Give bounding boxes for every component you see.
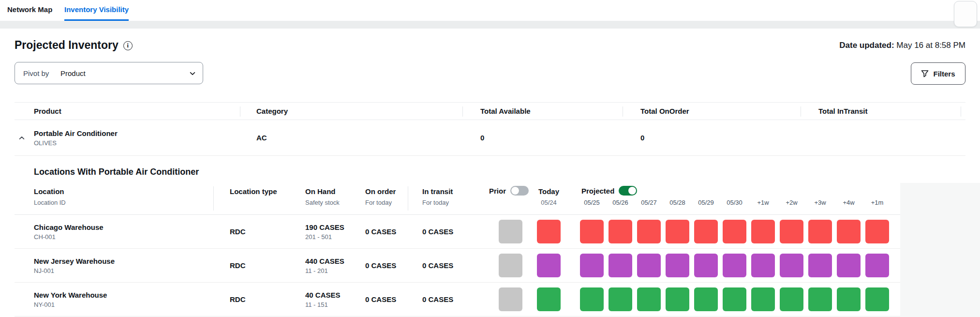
col-projected: Projected: [581, 187, 614, 195]
today-box[interactable]: [537, 220, 561, 243]
location-cell: New Jersey Warehouse NJ-001: [34, 249, 115, 282]
prior-box[interactable]: [499, 287, 522, 311]
projected-box[interactable]: [694, 220, 718, 243]
page-divider-strip: [0, 21, 980, 29]
projected-box[interactable]: [666, 287, 689, 311]
projected-box[interactable]: [751, 254, 775, 277]
box-spacer: [565, 265, 575, 266]
projected-toggle[interactable]: [619, 186, 637, 196]
location-type-value: RDC: [230, 215, 246, 248]
product-name: Portable Air Conditioner: [34, 129, 118, 137]
projected-box[interactable]: [694, 287, 718, 311]
projected-box[interactable]: [580, 220, 604, 243]
projected-box[interactable]: [751, 287, 775, 311]
today-box[interactable]: [537, 254, 561, 277]
product-subtitle: OLIVES: [34, 139, 118, 147]
date-updated-value: May 16 at 8:58 PM: [896, 41, 965, 50]
toggle-knob: [628, 187, 636, 195]
projected-column-control: Projected: [581, 186, 637, 196]
on-order-value: 0 CASES: [365, 283, 396, 316]
tab-network-map[interactable]: Network Map: [7, 0, 52, 21]
location-name: New York Warehouse: [34, 291, 107, 299]
col-in-transit: In transit: [422, 187, 453, 196]
projected-box[interactable]: [837, 220, 861, 243]
prior-toggle[interactable]: [510, 186, 529, 196]
projected-box[interactable]: [637, 254, 661, 277]
projected-box[interactable]: [637, 220, 661, 243]
projected-box[interactable]: [666, 254, 689, 277]
projected-box[interactable]: [865, 254, 889, 277]
col-location-type: Location type: [230, 187, 277, 196]
projected-box[interactable]: [780, 287, 803, 311]
tab-inventory-visibility[interactable]: Inventory Visibility: [64, 0, 129, 21]
projected-dates-row: 05/25 05/26 05/27 05/28 05/29 05/30 +1w …: [580, 199, 889, 206]
projected-box[interactable]: [808, 254, 832, 277]
col-total-intransit: Total InTransit: [818, 103, 867, 120]
projected-box[interactable]: [865, 220, 889, 243]
column-separator: [623, 106, 623, 117]
chevron-down-icon: [189, 70, 196, 77]
location-id: CH-001: [34, 233, 104, 241]
date-label: +3w: [808, 199, 832, 206]
inventory-status-boxes[interactable]: [499, 254, 889, 277]
right-background-panel: [900, 183, 980, 317]
on-order-value: 0 CASES: [365, 215, 396, 248]
projected-box[interactable]: [751, 220, 775, 243]
page-title: Projected Inventory: [15, 39, 119, 52]
date-label: 05/29: [694, 199, 718, 206]
date-label: 05/30: [723, 199, 746, 206]
date-label: +4w: [837, 199, 861, 206]
projected-box[interactable]: [637, 287, 661, 311]
on-hand-value: 440 CASES: [305, 257, 344, 265]
location-id: NY-001: [34, 301, 107, 308]
info-icon[interactable]: i: [123, 41, 133, 50]
filters-button-label: Filters: [933, 70, 955, 78]
safety-stock-value: 201 - 501: [305, 233, 344, 241]
projected-box[interactable]: [723, 220, 746, 243]
floating-widget[interactable]: [954, 1, 977, 27]
prior-box[interactable]: [499, 220, 522, 243]
projected-box[interactable]: [609, 254, 632, 277]
projected-box[interactable]: [837, 287, 861, 311]
col-in-transit-sub: For today: [422, 199, 449, 206]
app-root: Network Map Inventory Visibility Project…: [0, 0, 980, 317]
projected-box[interactable]: [666, 220, 689, 243]
col-on-hand: On Hand: [305, 187, 336, 196]
col-total-available: Total Available: [480, 103, 531, 120]
projected-box[interactable]: [808, 220, 832, 243]
pivot-by-select[interactable]: Pivot by Product: [15, 62, 203, 84]
projected-box[interactable]: [780, 220, 803, 243]
box-spacer: [527, 299, 532, 300]
in-transit-value: 0 CASES: [422, 249, 453, 282]
page-header: Projected Inventoryi Date updated: May 1…: [15, 39, 965, 53]
projected-box[interactable]: [609, 287, 632, 311]
location-name: Chicago Warehouse: [34, 223, 104, 231]
on-hand-value: 190 CASES: [305, 223, 344, 231]
collapse-chevron-icon[interactable]: [18, 133, 29, 143]
column-separator: [213, 186, 214, 211]
date-label: +1m: [865, 199, 889, 206]
location-name: New Jersey Warehouse: [34, 257, 115, 265]
projected-box[interactable]: [837, 254, 861, 277]
col-category: Category: [256, 103, 288, 120]
projected-box[interactable]: [580, 254, 604, 277]
projected-box[interactable]: [780, 254, 803, 277]
projected-box[interactable]: [609, 220, 632, 243]
today-box[interactable]: [537, 287, 561, 311]
projected-box[interactable]: [808, 287, 832, 311]
date-label: 05/27: [637, 199, 661, 206]
product-row: Portable Air Conditioner OLIVES AC 0 0: [15, 120, 965, 156]
location-cell: Chicago Warehouse CH-001: [34, 215, 104, 248]
prior-box[interactable]: [499, 254, 522, 277]
projected-box[interactable]: [580, 287, 604, 311]
filters-button[interactable]: Filters: [911, 62, 965, 85]
pivot-selected-value: Product: [60, 69, 86, 77]
projected-box[interactable]: [865, 287, 889, 311]
filter-icon: [921, 70, 929, 77]
prior-column-control: Prior: [489, 186, 529, 196]
projected-box[interactable]: [694, 254, 718, 277]
inventory-status-boxes[interactable]: [499, 287, 889, 311]
inventory-status-boxes[interactable]: [499, 220, 889, 243]
projected-box[interactable]: [723, 287, 746, 311]
projected-box[interactable]: [723, 254, 746, 277]
